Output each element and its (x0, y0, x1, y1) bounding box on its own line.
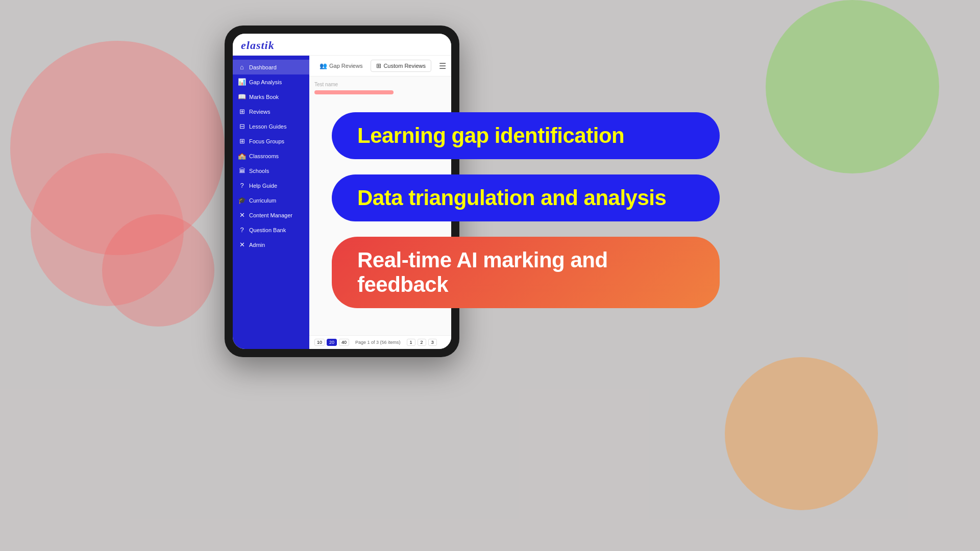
page-size-10[interactable]: 10 (314, 339, 325, 346)
marks-book-icon: 📖 (238, 93, 246, 101)
classrooms-icon: 🏫 (238, 152, 246, 160)
tab-bar: 👥 Gap Reviews ⊞ Custom Reviews ☰ (309, 56, 451, 77)
question-bank-icon: ? (238, 226, 246, 234)
custom-reviews-tab-icon: ⊞ (376, 62, 381, 69)
decorative-circle-green (766, 0, 939, 173)
tab-gap-reviews[interactable]: 👥 Gap Reviews (314, 60, 368, 71)
tab-custom-reviews[interactable]: ⊞ Custom Reviews (371, 60, 431, 72)
sidebar-item-reviews[interactable]: ⊞ Reviews (233, 104, 309, 119)
admin-icon: ✕ (238, 241, 246, 248)
app-logo: elastik (241, 39, 443, 52)
tab-menu-button[interactable]: ☰ (439, 61, 446, 71)
content-test-name: Test name (314, 82, 446, 87)
feature-badges: Learning gap identification Data triangu… (332, 112, 720, 308)
sidebar-item-marks-book[interactable]: 📖 Marks Book (233, 89, 309, 104)
page-size-20[interactable]: 20 (327, 339, 337, 346)
dashboard-icon: ⌂ (238, 63, 246, 71)
sidebar-item-question-bank[interactable]: ? Question Bank (233, 222, 309, 237)
sidebar-item-content-manager[interactable]: ✕ Content Manager (233, 208, 309, 222)
sidebar-item-dashboard[interactable]: ⌂ Dashboard (233, 60, 309, 74)
gap-reviews-tab-icon: 👥 (320, 62, 327, 69)
tab-custom-reviews-label: Custom Reviews (383, 63, 426, 69)
sidebar-item-curriculum[interactable]: 🎓 Curriculum (233, 193, 309, 208)
sidebar-label-schools: Schools (249, 168, 269, 174)
schools-icon: 🏛 (238, 167, 246, 174)
sidebar-label-gap-analysis: Gap Analysis (249, 79, 282, 85)
sidebar-item-gap-analysis[interactable]: 📊 Gap Analysis (233, 74, 309, 89)
badge-data-triangulation: Data triangulation and analysis (332, 174, 720, 221)
sidebar-label-question-bank: Question Bank (249, 227, 286, 233)
gap-analysis-icon: 📊 (238, 78, 246, 86)
focus-groups-icon: ⊞ (238, 137, 246, 145)
app-header: elastik (233, 34, 451, 56)
sidebar-label-content-manager: Content Manager (249, 212, 292, 218)
sidebar-label-marks-book: Marks Book (249, 94, 279, 100)
badge-data-triangulation-text: Data triangulation and analysis (357, 186, 666, 210)
sidebar-label-help-guide: Help Guide (249, 183, 277, 189)
sidebar-label-admin: Admin (249, 242, 265, 248)
sidebar-label-reviews: Reviews (249, 109, 271, 115)
sidebar-item-focus-groups[interactable]: ⊞ Focus Groups (233, 134, 309, 148)
content-manager-icon: ✕ (238, 211, 246, 219)
sidebar-label-lesson-guides: Lesson Guides (249, 123, 286, 130)
help-guide-icon: ? (238, 182, 246, 189)
page-num-3[interactable]: 3 (428, 339, 437, 346)
sidebar-item-schools[interactable]: 🏛 Schools (233, 163, 309, 178)
decorative-circle-orange (725, 357, 878, 510)
tab-gap-reviews-label: Gap Reviews (329, 63, 362, 69)
sidebar-item-classrooms[interactable]: 🏫 Classrooms (233, 148, 309, 163)
reviews-icon: ⊞ (238, 108, 246, 115)
badge-ai-marking: Real-time AI marking and feedback (332, 237, 720, 308)
content-pink-bar (314, 90, 394, 94)
sidebar: ⌂ Dashboard 📊 Gap Analysis 📖 Marks Book … (233, 56, 309, 349)
pagination-bar: 10 20 40 Page 1 of 3 (56 items) 1 2 3 (309, 335, 451, 349)
badge-learning-gap: Learning gap identification (332, 112, 720, 159)
curriculum-icon: 🎓 (238, 196, 246, 204)
page-size-40[interactable]: 40 (339, 339, 349, 346)
badge-ai-marking-text: Real-time AI marking and feedback (357, 248, 608, 296)
badge-learning-gap-text: Learning gap identification (357, 123, 624, 147)
sidebar-item-admin[interactable]: ✕ Admin (233, 237, 309, 252)
sidebar-label-classrooms: Classrooms (249, 153, 279, 159)
lesson-guides-icon: ⊟ (238, 122, 246, 130)
page-num-2[interactable]: 2 (418, 339, 426, 346)
sidebar-label-dashboard: Dashboard (249, 64, 277, 70)
page-num-1[interactable]: 1 (407, 339, 415, 346)
sidebar-label-curriculum: Curriculum (249, 197, 276, 204)
decorative-circle-pink-small (102, 214, 214, 327)
sidebar-item-lesson-guides[interactable]: ⊟ Lesson Guides (233, 119, 309, 134)
sidebar-item-help-guide[interactable]: ? Help Guide (233, 178, 309, 193)
pagination-info: Page 1 of 3 (56 items) (355, 340, 401, 345)
sidebar-label-focus-groups: Focus Groups (249, 138, 284, 144)
